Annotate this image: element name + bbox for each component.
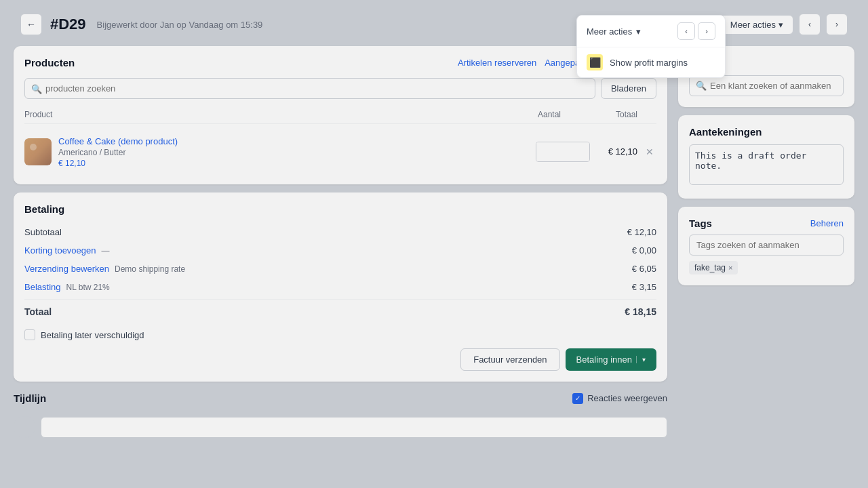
dropdown-menu: Meer acties ▾ ‹ › ⬛ Show profit margins [576, 15, 726, 78]
show-profit-margins-item[interactable]: ⬛ Show profit margins [577, 47, 725, 77]
dropdown-overlay[interactable] [0, 0, 868, 488]
profit-margins-icon: ⬛ [587, 54, 603, 70]
dropdown-title: Meer acties [587, 26, 632, 37]
dropdown-header: Meer acties ▾ ‹ › [577, 16, 725, 47]
dropdown-header-left: Meer acties ▾ [587, 26, 641, 37]
dropdown-chevron-icon: ▾ [636, 26, 641, 37]
show-profit-margins-label: Show profit margins [610, 58, 688, 68]
dropdown-nav-prev-button[interactable]: ‹ [677, 22, 695, 40]
dropdown-nav-next-button[interactable]: › [698, 22, 715, 40]
dropdown-nav: ‹ › [677, 22, 715, 40]
